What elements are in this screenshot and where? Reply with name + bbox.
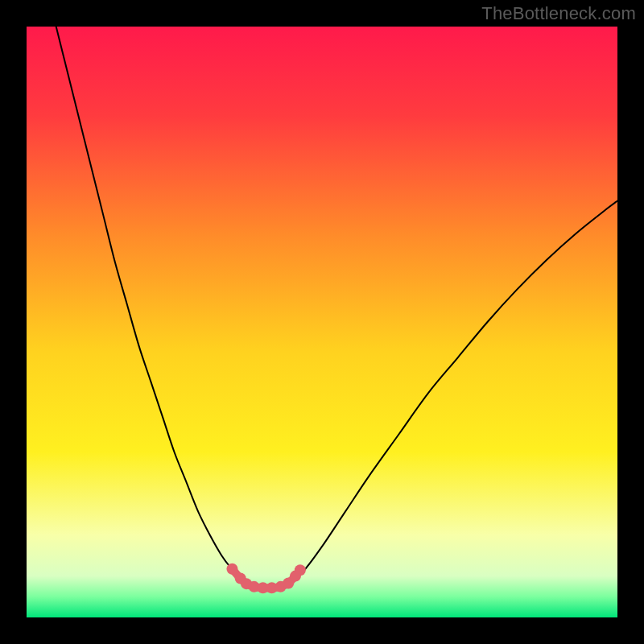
watermark-text: TheBottleneck.com xyxy=(481,3,636,24)
right-curve xyxy=(292,201,617,580)
outer-black-frame: TheBottleneck.com xyxy=(0,0,644,644)
valley-markers-dots xyxy=(226,564,305,593)
valley-marker-dot xyxy=(295,564,306,576)
curve-layer xyxy=(27,27,617,617)
valley-marker-dot xyxy=(226,564,237,575)
plot-area xyxy=(27,27,617,617)
left-curve xyxy=(56,27,246,580)
